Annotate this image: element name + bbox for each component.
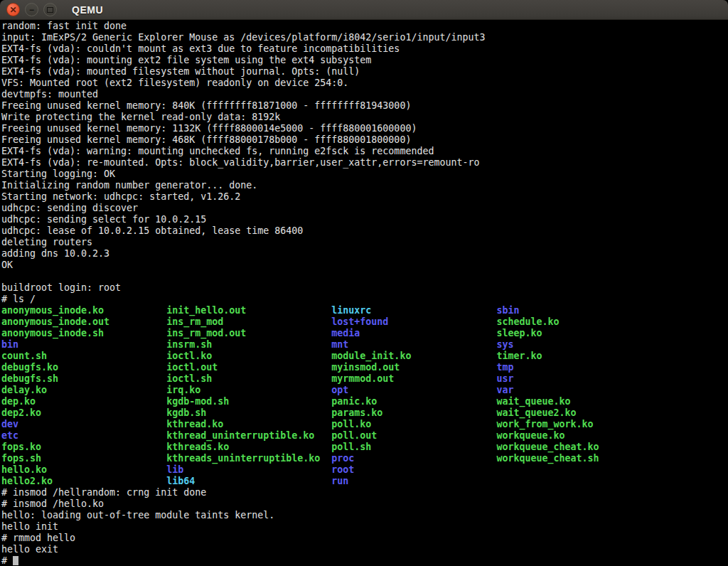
terminal-line: fops.kokthreads.kopoll.shworkqueue_cheat… — [1, 442, 728, 453]
terminal-line: count.shioctl.komodule_init.kotimer.ko — [1, 351, 728, 362]
file-entry: usr — [496, 373, 513, 385]
file-entry: wait_queue.ko — [496, 396, 570, 407]
terminal-line: deleting routers — [1, 237, 728, 248]
file-entry: kthread.ko — [166, 419, 223, 430]
terminal-line: hello2.kolib64run — [1, 476, 728, 487]
terminal-line: EXT4-fs (vda): mounting ext2 file system… — [1, 55, 728, 66]
cursor — [13, 556, 18, 565]
terminal-line: Write protecting the kernel read-only da… — [1, 112, 728, 123]
maximize-icon — [47, 7, 53, 13]
file-entry: ioctl.ko — [166, 351, 212, 362]
file-entry: schedule.ko — [496, 316, 559, 328]
terminal-line: Initializing random number generator... … — [1, 180, 728, 191]
terminal-line: hello.kolibroot — [1, 464, 728, 476]
file-entry: kgdb.sh — [166, 407, 206, 419]
file-entry: linuxrc — [331, 305, 371, 316]
terminal-line: # insmod /hellrandom: crng init done — [1, 487, 728, 498]
file-entry: anonymous_inode.ko — [1, 305, 104, 316]
file-entry: sbin — [496, 305, 519, 316]
terminal-line: # — [1, 555, 728, 566]
file-entry: work_from_work.ko — [496, 419, 593, 430]
file-entry: var — [496, 385, 513, 396]
file-entry: params.ko — [331, 407, 382, 419]
maximize-button[interactable] — [43, 3, 57, 16]
terminal-line: random: fast init done — [1, 21, 728, 32]
file-entry: debugfs.sh — [1, 373, 58, 385]
file-entry: anonymous_inode.out — [1, 316, 109, 328]
terminal-line: EXT4-fs (vda): mounted filesystem withou… — [1, 66, 728, 78]
file-entry: module_init.ko — [331, 351, 411, 362]
terminal-line: dep2.kokgdb.shparams.kowait_queue2.ko — [1, 407, 728, 419]
terminal-line: Freeing unused kernel memory: 840K (ffff… — [1, 100, 728, 112]
terminal-line: udhcpc: lease of 10.0.2.15 obtained, lea… — [1, 225, 728, 237]
terminal-line: Starting network: udhcpc: started, v1.26… — [1, 191, 728, 203]
terminal-line: EXT4-fs (vda): warning: mounting uncheck… — [1, 146, 728, 157]
file-entry: ioctl.sh — [166, 373, 212, 385]
qemu-window: ✕ − QEMU random: fast init doneinput: Im… — [0, 0, 728, 566]
file-entry: kgdb-mod.sh — [166, 396, 229, 407]
file-entry: delay.ko — [1, 385, 47, 396]
file-entry: workqueue_cheat.sh — [496, 453, 599, 464]
window-title: QEMU — [72, 4, 103, 16]
terminal-line: input: ImExPS/2 Generic Explorer Mouse a… — [1, 32, 728, 43]
close-button[interactable]: ✕ — [6, 3, 20, 16]
file-entry: ioctl.out — [166, 362, 218, 373]
file-entry: myrmmod.out — [331, 373, 394, 385]
terminal-line: buildroot login: root — [1, 282, 728, 294]
file-entry: lost+found — [331, 316, 388, 328]
file-entry: dep2.ko — [1, 407, 41, 419]
file-entry: fops.sh — [1, 453, 41, 464]
file-entry: timer.ko — [496, 351, 542, 362]
terminal-line: Starting logging: OK — [1, 169, 728, 180]
file-entry: media — [331, 328, 360, 339]
terminal-line: udhcpc: sending select for 10.0.2.15 — [1, 214, 728, 225]
terminal-line: anonymous_inode.shins_rm_mod.outmediasle… — [1, 328, 728, 339]
terminal-line: # ls / — [1, 294, 728, 305]
file-entry: anonymous_inode.sh — [1, 328, 104, 339]
file-entry: hello.ko — [1, 464, 47, 476]
terminal-line: devtmpfs: mounted — [1, 89, 728, 100]
file-entry: workqueue_cheat.ko — [496, 442, 599, 453]
file-entry: sleep.ko — [496, 328, 542, 339]
file-entry: kthreads.ko — [166, 442, 229, 453]
terminal-line: hello exit — [1, 544, 728, 555]
terminal-line: debugfs.koioctl.outmyinsmod.outtmp — [1, 362, 728, 373]
terminal-line: anonymous_inode.koinit_hello.outlinuxrcs… — [1, 305, 728, 316]
file-entry: wait_queue2.ko — [496, 407, 576, 419]
file-entry: mnt — [331, 339, 348, 351]
file-entry: ins_rm_mod.out — [166, 328, 246, 339]
title-bar[interactable]: ✕ − QEMU — [0, 0, 728, 20]
file-entry: debugfs.ko — [1, 362, 58, 373]
file-entry: myinsmod.out — [331, 362, 400, 373]
file-entry: dep.ko — [1, 396, 36, 407]
minimize-button[interactable]: − — [25, 3, 38, 16]
file-entry: poll.sh — [331, 442, 371, 453]
terminal-line: debugfs.shioctl.shmyrmmod.outusr — [1, 373, 728, 385]
file-entry: workqueue.ko — [496, 430, 564, 442]
file-entry: insrm.sh — [166, 339, 212, 351]
terminal-line: etckthread_uninterruptible.kopoll.outwor… — [1, 430, 728, 442]
terminal-line: fops.shkthreads_uninterruptible.koprocwo… — [1, 453, 728, 464]
file-entry: run — [331, 476, 348, 487]
file-entry: poll.ko — [331, 419, 371, 430]
file-entry: fops.ko — [1, 442, 41, 453]
terminal-line: bininsrm.shmntsys — [1, 339, 728, 351]
terminal-line: udhcpc: sending discover — [1, 203, 728, 214]
file-entry: poll.out — [331, 430, 377, 442]
close-icon: ✕ — [9, 6, 16, 14]
terminal-line: hello init — [1, 521, 728, 533]
terminal-line: Freeing unused kernel memory: 1132K (fff… — [1, 123, 728, 134]
terminal-line: devkthread.kopoll.kowork_from_work.ko — [1, 419, 728, 430]
file-entry: opt — [331, 385, 348, 396]
terminal-screen[interactable]: random: fast init doneinput: ImExPS/2 Ge… — [0, 20, 728, 566]
file-entry: ins_rm_mod — [166, 316, 223, 328]
terminal-line: OK — [1, 260, 728, 271]
file-entry: sys — [496, 339, 513, 351]
file-entry: init_hello.out — [166, 305, 246, 316]
terminal-line: EXT4-fs (vda): couldn't mount as ext3 du… — [1, 43, 728, 55]
terminal-line: adding dns 10.0.2.3 — [1, 248, 728, 260]
file-entry: lib64 — [166, 476, 195, 487]
terminal-line: dep.kokgdb-mod.shpanic.kowait_queue.ko — [1, 396, 728, 407]
file-entry: bin — [1, 339, 18, 351]
file-entry: proc — [331, 453, 354, 464]
